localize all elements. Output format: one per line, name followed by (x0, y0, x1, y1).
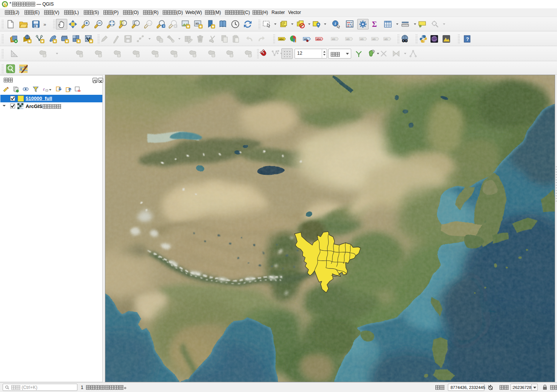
svg-text:abc: abc (279, 37, 284, 41)
svg-text:ab: ab (346, 37, 350, 41)
svg-text:abc: abc (316, 37, 321, 41)
svg-text:ε: ε (43, 86, 45, 92)
svg-text:Σ: Σ (372, 20, 377, 28)
svg-text:»: » (43, 22, 46, 27)
svg-text:ab: ab (372, 37, 376, 41)
svg-text:?: ? (466, 36, 469, 42)
svg-text:ab: ab (384, 37, 388, 41)
svg-text:ab: ab (332, 37, 335, 41)
svg-text:ab: ab (360, 37, 364, 41)
svg-text:1:1: 1:1 (148, 22, 151, 25)
